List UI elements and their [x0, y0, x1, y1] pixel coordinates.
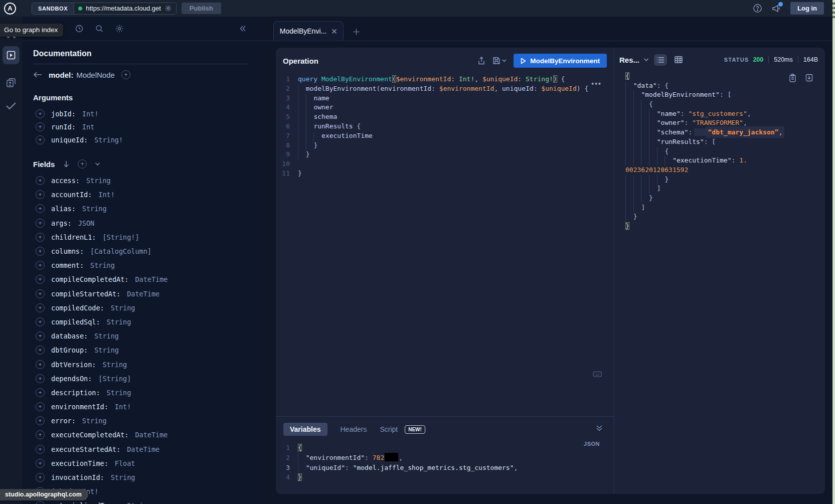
field-name[interactable]: childrenL1:: [51, 233, 96, 241]
field-type[interactable]: Int!: [115, 403, 131, 411]
field-type[interactable]: String: [111, 473, 135, 481]
code-line[interactable]: }: [625, 194, 825, 203]
code-line[interactable]: 4owner: [276, 103, 614, 112]
add-field-to-query-button[interactable]: +: [36, 135, 45, 144]
add-field-to-query-button[interactable]: +: [36, 275, 45, 284]
sidebar-item-checks[interactable]: [5, 101, 17, 110]
operation-menu-dots-icon[interactable]: •••: [591, 80, 602, 88]
code-line[interactable]: "runResults": [: [625, 137, 825, 147]
field-type[interactable]: Int!: [82, 110, 99, 118]
code-line[interactable]: {: [625, 100, 825, 109]
search-icon[interactable]: [95, 24, 104, 33]
add-field-to-query-button[interactable]: +: [36, 204, 45, 213]
code-line[interactable]: ]: [625, 203, 825, 213]
add-field-to-query-button[interactable]: +: [36, 176, 45, 185]
field-name[interactable]: executeStartedAt:: [51, 445, 120, 453]
code-line[interactable]: 8}: [276, 141, 614, 150]
settings-gear-icon[interactable]: [115, 24, 124, 33]
field-name[interactable]: description:: [51, 389, 100, 397]
login-button[interactable]: Log in: [790, 2, 824, 15]
field-type[interactable]: String: [127, 501, 151, 504]
code-line[interactable]: "schema": “dbt_mary_jackson”,: [625, 128, 825, 137]
field-type[interactable]: Int!: [98, 191, 115, 199]
field-type[interactable]: Int: [82, 123, 94, 131]
field-name[interactable]: invocationId:: [51, 473, 104, 481]
add-field-to-query-button[interactable]: +: [36, 289, 45, 298]
field-name[interactable]: dependsOn:: [51, 375, 92, 383]
field-type[interactable]: String: [107, 318, 131, 326]
code-line[interactable]: 2"environmentId": 782,: [276, 453, 614, 463]
field-name[interactable]: comment:: [51, 261, 84, 269]
add-field-to-query-button[interactable]: +: [36, 109, 45, 118]
field-type[interactable]: DateTime: [135, 275, 168, 283]
code-line[interactable]: {: [625, 147, 825, 156]
add-field-to-query-button[interactable]: +: [36, 374, 45, 383]
field-type[interactable]: String: [82, 205, 107, 213]
response-format-view-icon[interactable]: [654, 54, 667, 66]
add-field-to-query-button[interactable]: +: [36, 247, 45, 256]
field-name[interactable]: alias:: [51, 205, 76, 213]
field-type[interactable]: String: [107, 389, 131, 397]
code-line[interactable]: 7executionTime: [276, 131, 614, 141]
field-name[interactable]: compiledSql:: [51, 318, 100, 326]
field-name[interactable]: jobId:: [51, 110, 76, 118]
field-type[interactable]: String: [94, 346, 119, 354]
add-field-to-query-button[interactable]: +: [36, 473, 45, 482]
code-line[interactable]: 4}: [276, 472, 614, 482]
field-type[interactable]: [CatalogColumn]: [90, 247, 151, 255]
back-arrow-icon[interactable]: [33, 71, 42, 78]
field-type[interactable]: DateTime: [127, 445, 159, 453]
add-field-to-query-button[interactable]: +: [36, 233, 45, 242]
code-line[interactable]: "owner": "TRANSFORMER",: [625, 118, 825, 128]
code-line[interactable]: }: [625, 222, 825, 231]
tab-script[interactable]: Script: [380, 425, 398, 433]
collapse-panel-icon[interactable]: [239, 25, 247, 33]
endpoint-url-field[interactable]: https://metadata.cloud.get: [74, 3, 176, 14]
field-name[interactable]: executionTime:: [51, 459, 108, 467]
field-type[interactable]: String: [90, 261, 115, 269]
sort-fields-icon[interactable]: [63, 160, 70, 168]
response-chevron-down-icon[interactable]: [643, 58, 649, 62]
field-name[interactable]: access:: [51, 177, 80, 185]
announcements-megaphone-icon[interactable]: [771, 4, 781, 13]
history-icon[interactable]: [75, 24, 84, 33]
field-name[interactable]: dbtVersion:: [51, 361, 96, 369]
field-name[interactable]: compileCompletedAt:: [51, 275, 128, 283]
save-operation-icon[interactable]: [492, 57, 507, 65]
code-line[interactable]: 2modelByEnvironment(environmentId: $envi…: [276, 84, 614, 94]
code-line[interactable]: }: [625, 175, 825, 185]
field-type[interactable]: String: [102, 361, 127, 369]
code-line[interactable]: }: [625, 212, 825, 222]
code-line[interactable]: 11}: [276, 169, 614, 179]
share-operation-icon[interactable]: [477, 57, 485, 65]
help-icon[interactable]: [753, 4, 762, 13]
operation-editor[interactable]: ••• 1query ModelByEnvironment($environme…: [276, 73, 614, 416]
code-line[interactable]: 1query ModelByEnvironment($environmentId…: [276, 75, 614, 84]
tab-variables[interactable]: Variables: [283, 423, 327, 436]
add-field-to-query-button[interactable]: +: [36, 346, 45, 355]
code-line[interactable]: "name": "stg_customers",: [625, 109, 825, 119]
code-line[interactable]: 0023620128631592: [625, 165, 825, 175]
field-type[interactable]: DateTime: [135, 431, 168, 439]
add-field-to-query-button[interactable]: +: [36, 402, 45, 411]
add-field-to-query-button[interactable]: +: [36, 219, 45, 228]
close-tab-icon[interactable]: [331, 29, 337, 34]
field-name[interactable]: args:: [51, 219, 72, 227]
field-type[interactable]: [String!]: [102, 233, 139, 241]
field-name[interactable]: compiledCode:: [51, 304, 104, 312]
field-type[interactable]: Float: [115, 459, 135, 467]
field-type[interactable]: String: [82, 417, 107, 425]
code-line[interactable]: 6runResults {: [276, 122, 614, 131]
new-tab-icon[interactable]: [353, 28, 360, 36]
collapse-variables-icon[interactable]: [596, 425, 603, 432]
copy-response-icon[interactable]: [789, 74, 796, 82]
add-field-to-query-button[interactable]: +: [36, 388, 45, 397]
tab-operation[interactable]: ModelByEnvi...: [273, 21, 344, 41]
field-type[interactable]: String: [94, 332, 119, 340]
add-field-to-query-button[interactable]: +: [36, 445, 45, 454]
field-type[interactable]: String!: [94, 136, 123, 144]
field-name[interactable]: executeCompletedAt:: [51, 431, 128, 439]
chevron-down-icon[interactable]: [95, 162, 100, 166]
add-field-to-query-button[interactable]: +: [36, 459, 45, 468]
code-line[interactable]: "executionTime": 1.: [625, 156, 825, 165]
